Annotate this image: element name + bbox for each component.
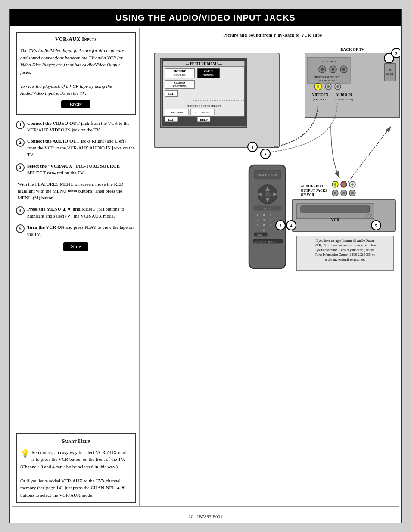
step-3-extra: With the FEATURES MENU on screen, move t… (16, 181, 136, 202)
svg-text:your connection. Contact your : your connection. Contact your dealer, or… (317, 248, 374, 252)
step-2-num: 2 (16, 138, 25, 147)
svg-rect-73 (249, 165, 286, 268)
svg-point-42 (317, 85, 319, 88)
svg-text:SMART: SMART (257, 233, 265, 236)
smart-help-text2: Or if you have added VCR/AUX to the TV's… (20, 478, 125, 498)
svg-text:0: 0 (263, 229, 265, 232)
svg-point-64 (342, 183, 345, 186)
svg-text:AUDIO IN: AUDIO IN (336, 93, 352, 97)
svg-text:TUNING: TUNING (203, 74, 214, 76)
svg-text:SOURCE: SOURCE (174, 73, 185, 76)
step-5-bold: Turn the VCR ON (27, 224, 65, 230)
svg-text:HELP: HELP (200, 118, 208, 121)
svg-text:VCR: VCR (331, 218, 339, 222)
right-column: Picture and Sound from Play-Back of VCR … (140, 28, 406, 506)
svg-text:6: 6 (270, 218, 271, 222)
svg-text:VIDEO IN: VIDEO IN (312, 93, 328, 97)
svg-text:RF: RF (389, 69, 392, 72)
svg-text:5: 5 (263, 218, 265, 222)
step-4: 4 Press the MENU ▲▼ and MENU (M) buttons… (16, 206, 136, 220)
svg-text:VCR CL TV: VCR CL TV (255, 241, 266, 243)
svg-text:1: 1 (388, 56, 390, 61)
lightbulb-icon: 💡 (20, 448, 30, 460)
svg-point-44 (327, 85, 330, 88)
svg-point-68 (334, 192, 336, 194)
page-title: Using the Audio/Video Input Jacks (10, 9, 401, 26)
svg-point-66 (351, 183, 354, 186)
smart-help-title: Smart Help (20, 438, 131, 446)
svg-point-72 (351, 192, 354, 194)
svg-text:ANT/CABLE: ANT/CABLE (321, 60, 336, 63)
svg-text:3: 3 (280, 224, 282, 228)
svg-text:✔ VCR/AUX: ✔ VCR/AUX (195, 111, 210, 114)
svg-text:CLOSED: CLOSED (174, 81, 185, 84)
begin-badge: Begin (61, 100, 90, 108)
page-footer: 26 - IB7893 E001 (10, 510, 401, 523)
content-area: VCR/AUX Inputs The TV's Audio/Video Inpu… (12, 28, 399, 507)
step-1-num: 1 (16, 121, 25, 129)
step-4-num: 4 (16, 206, 25, 215)
svg-text:7: 7 (257, 224, 258, 227)
step-1: 1 Connect the VIDEO OUT jack from the VC… (16, 120, 136, 134)
svg-text:4: 4 (257, 218, 258, 222)
svg-point-81 (264, 191, 271, 198)
svg-text:☞: ☞ (365, 211, 373, 221)
svg-text:(RED/WHITE): (RED/WHITE) (334, 98, 353, 101)
svg-text:PIP  SET: PIP SET (264, 207, 271, 209)
svg-text:5: 5 (375, 224, 377, 228)
page: Using the Audio/Video Input Jacks VCR/AU… (9, 9, 402, 523)
svg-text:9: 9 (270, 224, 271, 227)
svg-text:3: 3 (270, 213, 271, 217)
step-3-content: Select the "VCR/AUX" PIC-TURE SOURCE SEL… (27, 163, 136, 177)
svg-text:L-R   R AUDIO OUT: L-R R AUDIO OUT (318, 79, 335, 81)
svg-text:2: 2 (265, 152, 267, 157)
svg-text:BACK OF TV: BACK OF TV (340, 47, 364, 52)
svg-point-46 (336, 85, 339, 88)
svg-text:INPUT: INPUT (386, 72, 394, 75)
svg-text:8: 8 (263, 224, 265, 227)
svg-text:2: 2 (263, 213, 265, 217)
svg-text:OUTPUT JACKS: OUTPUT JACKS (301, 189, 327, 193)
svg-text:2: 2 (395, 51, 398, 56)
step-4-content: Press the MENU ▲▼ and MENU (M) buttons t… (27, 206, 136, 220)
left-column: VCR/AUX Inputs The TV's Audio/Video Inpu… (12, 28, 140, 506)
svg-text:— FEATURE MENU —: — FEATURE MENU — (185, 62, 222, 66)
stop-badge: Stop (63, 242, 89, 251)
svg-point-34 (321, 68, 324, 71)
step-3-text: trol on the TV. (57, 170, 84, 175)
svg-text:PLAY▶ STATUS: PLAY▶ STATUS (258, 173, 278, 176)
step-4-bold: Press the MENU ▲▼ and (27, 206, 81, 212)
step-2-content: Connect the AUDIO OUT jacks R(ight) and … (27, 138, 136, 159)
svg-text:VIDEO YAR AUDIO OUT: VIDEO YAR AUDIO OUT (314, 76, 340, 78)
svg-text:4: 4 (290, 224, 293, 228)
vcr-aux-box: VCR/AUX Inputs The TV's Audio/Video Inpu… (16, 32, 136, 115)
step-5: 5 Turn the VCR ON and press PLAY to view… (16, 224, 136, 238)
step-5-num: 5 (16, 224, 25, 233)
smart-help-box: Smart Help 💡 Remember, an easy way to se… (16, 433, 136, 503)
svg-text:order any optional accessories: order any optional accessories. (325, 258, 365, 261)
vcr-aux-title: VCR/AUX Inputs (20, 36, 131, 44)
steps-area: 1 Connect the VIDEO OUT jack from the VC… (12, 118, 139, 430)
svg-point-38 (342, 68, 345, 71)
svg-text:Parts Information Center (1-80: Parts Information Center (1-800-292-6066… (315, 253, 375, 257)
svg-point-36 (332, 68, 334, 71)
diagram-svg: — FEATURE MENU — PICTURE SOURCE CABLE TU… (146, 40, 400, 290)
title-text: Using the Audio/Video Input Jacks (115, 13, 296, 22)
svg-text:EXIT: EXIT (168, 92, 175, 96)
svg-point-62 (334, 183, 336, 186)
step-2-bold: Connect the AUDIO OUT (27, 138, 80, 143)
svg-text:ANTENNA: ANTENNA (171, 111, 184, 114)
svg-text:CAPTIONS: CAPTIONS (173, 85, 187, 87)
svg-text:EXIT: EXIT (168, 118, 175, 121)
step-5-content: Turn the VCR ON and press PLAY to view t… (27, 224, 136, 238)
step-2: 2 Connect the AUDIO OUT jacks R(ight) an… (16, 138, 136, 159)
svg-text:If you have a single (monaural: If you have a single (monaural) Audio Ou… (315, 239, 375, 243)
svg-point-70 (342, 192, 345, 194)
smart-help-body: 💡 Remember, an easy way to select VCR/AU… (20, 449, 131, 499)
svg-text:ON VCR: ON VCR (301, 193, 314, 197)
smart-help-text1: Remember, an easy way to select VCR/AUX … (20, 450, 128, 469)
diagram-label: Picture and Sound from Play-Back of VCR … (146, 33, 400, 37)
svg-text:PICTURE: PICTURE (173, 69, 186, 72)
svg-text:VCR, "Y" connectors are availa: VCR, "Y" connectors are available to com… (314, 243, 376, 247)
step-3-num: 3 (16, 163, 25, 172)
